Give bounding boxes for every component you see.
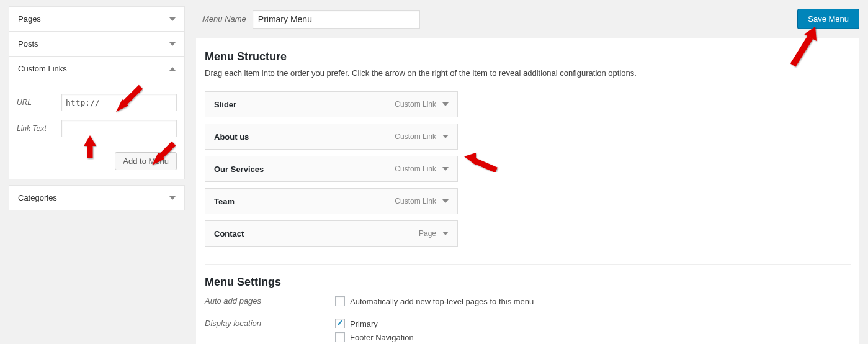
chevron-down-icon [169, 42, 176, 46]
menu-item-title: About us [214, 132, 249, 142]
panel-posts[interactable]: Posts [9, 32, 184, 56]
link-text-input[interactable] [61, 120, 177, 137]
panel-pages-label: Pages [18, 14, 41, 24]
menu-item[interactable]: TeamCustom Link [205, 188, 458, 214]
menu-item-type: Custom Link [395, 165, 436, 173]
menu-item-title: Team [214, 197, 235, 206]
panel-categories-label: Categories [18, 193, 57, 202]
panel-posts-label: Posts [18, 39, 38, 48]
menu-item-title: Our Services [214, 165, 264, 174]
chevron-down-icon[interactable] [442, 102, 449, 106]
menu-item[interactable]: Our ServicesCustom Link [205, 156, 458, 182]
menu-item-type: Custom Link [395, 132, 436, 141]
menu-item-title: Slider [214, 100, 236, 109]
custom-links-body: URL Link Text Add to Menu [9, 81, 184, 179]
panel-categories[interactable]: Categories [9, 186, 184, 210]
chevron-up-icon [169, 67, 176, 71]
location-checkbox[interactable] [335, 332, 345, 342]
chevron-down-icon[interactable] [442, 199, 449, 203]
menu-item[interactable]: ContactPage [205, 220, 458, 247]
display-location-label: Display location [205, 319, 335, 328]
save-menu-button[interactable]: Save Menu [797, 9, 859, 29]
menu-item[interactable]: About usCustom Link [205, 124, 458, 150]
location-label: Primary [350, 319, 378, 328]
url-label: URL [17, 98, 61, 107]
location-label: Footer Navigation [350, 333, 414, 342]
chevron-down-icon[interactable] [442, 167, 449, 171]
add-to-menu-button[interactable]: Add to Menu [115, 152, 177, 170]
menu-item-title: Contact [214, 229, 244, 238]
url-input[interactable] [61, 94, 177, 111]
menu-structure-description: Drag each item into the order you prefer… [205, 68, 851, 78]
menu-item-type: Custom Link [395, 100, 436, 109]
panel-pages[interactable]: Pages [9, 7, 184, 31]
panel-custom-links-label: Custom Links [18, 64, 67, 73]
menu-item-type: Page [419, 229, 436, 238]
chevron-down-icon[interactable] [442, 135, 449, 138]
menu-name-input[interactable] [253, 10, 420, 29]
auto-add-option[interactable]: Automatically add new top-level pages to… [335, 296, 534, 306]
link-text-label: Link Text [17, 124, 61, 133]
menu-name-label: Menu Name [202, 14, 246, 24]
display-location-option[interactable]: Footer Navigation [335, 332, 414, 342]
menu-settings-heading: Menu Settings [205, 276, 851, 289]
menu-item[interactable]: SliderCustom Link [205, 91, 458, 117]
location-checkbox[interactable] [335, 319, 345, 328]
auto-add-checkbox[interactable] [335, 296, 345, 306]
panel-custom-links[interactable]: Custom Links [9, 57, 184, 81]
menu-structure-heading: Menu Structure [205, 50, 851, 63]
auto-add-pages-label: Auto add pages [205, 296, 335, 306]
display-location-option[interactable]: Primary [335, 319, 414, 328]
chevron-down-icon[interactable] [442, 232, 449, 235]
auto-add-text: Automatically add new top-level pages to… [350, 297, 534, 306]
chevron-down-icon [169, 196, 176, 200]
chevron-down-icon [169, 17, 176, 21]
menu-item-type: Custom Link [395, 197, 436, 206]
